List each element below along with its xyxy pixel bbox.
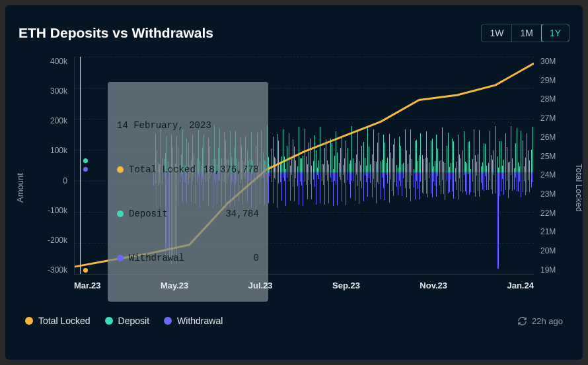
ytick: 23M [540,189,567,199]
tooltip-value: 0 [253,251,258,265]
crosshair-dot-withdrawal [82,166,89,173]
dot-icon [117,166,124,173]
tooltip-label: Deposit [129,207,168,221]
tooltip-value: 18,376,778 [203,162,259,177]
legend-item-locked[interactable]: Total Locked [25,315,91,326]
ytick: -200k [34,236,67,245]
tooltip-row: Total Locked 18,376,778 [117,162,259,177]
ytick: 20M [540,246,567,255]
crosshair-dot-deposit [82,157,89,164]
dot-icon [25,317,33,325]
last-updated: 22h ago [517,316,563,326]
timeframe-1w[interactable]: 1W [482,24,512,42]
y-ticks-left: 400k 300k 200k 100k 0 -100k -200k -300k [34,57,67,275]
xtick: Jul.23 [248,281,273,290]
tooltip-label: Withdrawal [129,251,184,265]
legend-label: Deposit [118,315,149,326]
y-axis-left-label: Amount [15,173,25,203]
legend-label: Total Locked [38,315,91,326]
xtick: Jan.24 [507,281,533,290]
dot-icon [117,211,124,217]
ytick: 200k [34,116,67,125]
chart-area[interactable]: Amount Total Locked 400k 300k 200k 100k … [25,54,570,312]
x-ticks: Mar.23 May.23 Jul.23 Sep.23 Nov.23 Jan.2… [74,281,534,290]
ytick: 26M [540,133,567,142]
refresh-icon [517,316,527,326]
ytick: 29M [540,76,567,85]
panel-footer: Total Locked Deposit Withdrawal 22h ago [18,315,570,326]
legend: Total Locked Deposit Withdrawal [25,315,223,326]
legend-item-deposit[interactable]: Deposit [105,315,149,326]
ytick: 0 [34,176,67,185]
ytick: 300k [34,86,67,96]
dot-icon [164,317,172,325]
dot-icon [117,255,124,261]
ytick: 22M [540,209,567,218]
ytick: 400k [34,57,67,66]
xtick: Nov.23 [420,281,447,290]
xtick: May.23 [161,281,188,290]
xtick: Sep.23 [332,281,360,290]
crosshair-dot-locked [82,267,89,274]
ytick: -100k [34,206,67,215]
legend-item-withdrawal[interactable]: Withdrawal [164,315,223,326]
tooltip-row: Withdrawal 0 [117,251,259,265]
crosshair-line [80,57,81,274]
ytick: 19M [540,265,567,275]
timeframe-1m[interactable]: 1M [512,24,541,42]
y-axis-right-label: Total Locked [574,164,584,212]
ytick: 25M [540,152,567,161]
updated-text: 22h ago [532,316,563,326]
y-ticks-right: 30M 29M 28M 27M 26M 25M 24M 23M 22M 21M … [540,57,567,275]
timeframe-group: 1W 1M 1Y [481,24,570,42]
chart-title: ETH Deposits vs Withdrawals [18,25,213,41]
tooltip-label: Total Locked [129,162,196,177]
legend-label: Withdrawal [177,315,223,326]
chart-tooltip: 14 February, 2023 Total Locked 18,376,77… [108,82,268,302]
panel-header: ETH Deposits vs Withdrawals 1W 1M 1Y [18,24,570,42]
xtick: Mar.23 [74,281,100,290]
ytick: 100k [34,146,67,155]
dot-icon [105,317,113,325]
chart-panel: ETH Deposits vs Withdrawals 1W 1M 1Y Amo… [5,5,583,360]
tooltip-row: Deposit 34,784 [117,207,259,221]
tooltip-value: 34,784 [225,207,258,221]
tooltip-date: 14 February, 2023 [117,118,259,133]
ytick: 28M [540,94,567,104]
ytick: 24M [540,170,567,180]
ytick: 27M [540,114,567,123]
ytick: -300k [34,265,67,275]
ytick: 21M [540,227,567,236]
timeframe-1y[interactable]: 1Y [541,24,570,42]
ytick: 30M [540,57,567,66]
plot-region[interactable]: 14 February, 2023 Total Locked 18,376,77… [74,57,534,275]
